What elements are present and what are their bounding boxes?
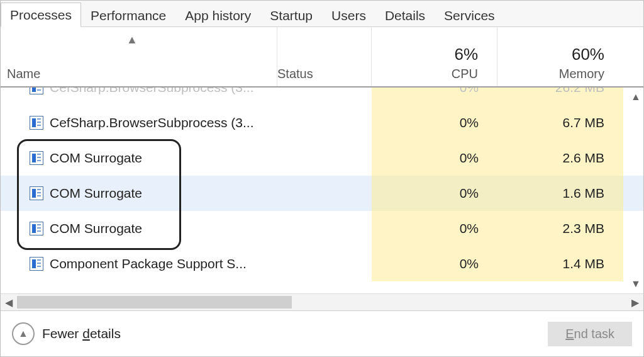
process-name-cell: COM Surrogate [1,150,277,166]
cpu-total: 6% [372,45,478,64]
process-icon [30,222,43,235]
process-cpu-cell: 0% [372,88,497,105]
process-memory-cell: 2.6 MB [497,140,623,176]
process-name: COM Surrogate [50,221,142,236]
process-memory-cell: 1.4 MB [497,246,623,281]
sort-caret-icon: ▲ [126,33,138,47]
tab-details[interactable]: Details [375,3,435,27]
fewer-details-pre: Fewer [42,326,82,341]
process-memory-cell: 2.3 MB [497,211,623,246]
tab-app-history[interactable]: App history [175,3,260,27]
fewer-details-label: Fewer details [42,326,121,341]
fewer-details-key: d [82,326,90,341]
vertical-scrollbar[interactable]: ▲ ▼ [628,88,643,293]
table-row[interactable]: Component Package Support S...0%1.4 MB [1,246,643,281]
process-memory-cell: 26.2 MB [497,88,623,105]
column-header-name[interactable]: ▲ Name [1,27,277,86]
process-name-cell: Component Package Support S... [1,256,277,271]
process-memory-cell: 6.7 MB [497,105,623,140]
process-icon [30,116,43,130]
hscroll-track[interactable] [17,294,627,310]
process-cpu-cell: 0% [372,176,497,211]
table-row[interactable]: COM Surrogate0%2.6 MB [1,140,643,176]
tab-users[interactable]: Users [322,3,375,27]
process-cpu-cell: 0% [372,140,497,176]
footer: ▲ Fewer details End task [1,310,643,356]
process-name-cell: COM Surrogate [1,186,277,201]
process-name: CefSharp.BrowserSubprocess (3... [50,115,253,130]
scroll-left-icon[interactable]: ◀ [1,294,17,310]
process-name: COM Surrogate [50,150,142,166]
scroll-down-icon[interactable]: ▼ [631,278,641,290]
fewer-details-button[interactable]: ▲ Fewer details [12,322,121,345]
task-manager-window: ProcessesPerformanceApp historyStartupUs… [0,0,644,357]
column-header-memory-label: Memory [497,67,604,81]
process-cpu-cell: 0% [372,211,497,246]
process-icon [30,186,43,200]
end-task-post: nd task [574,327,614,341]
process-cpu-cell: 0% [372,246,497,281]
hscroll-thumb[interactable] [17,296,292,309]
column-header-cpu[interactable]: 6% CPU [372,27,497,86]
process-icon [30,257,43,271]
tabstrip: ProcessesPerformanceApp historyStartupUs… [1,1,643,27]
process-icon [30,151,43,165]
tab-performance[interactable]: Performance [81,3,175,27]
fewer-details-post: etails [90,326,121,341]
column-headers: ▲ Name Status 6% CPU 60% Memory [1,27,643,88]
column-header-memory[interactable]: 60% Memory [497,27,623,86]
process-list: CefSharp.BrowserSubprocess (3...0%26.2 M… [1,88,643,281]
process-name: COM Surrogate [50,186,142,201]
scroll-up-icon[interactable]: ▲ [631,91,641,103]
chevron-up-icon: ▲ [12,322,35,345]
table-row[interactable]: CefSharp.BrowserSubprocess (3...0%26.2 M… [1,88,643,105]
end-task-key: E [565,327,574,341]
process-cpu-cell: 0% [372,105,497,140]
end-task-button[interactable]: End task [548,322,632,346]
scroll-right-icon[interactable]: ▶ [627,294,643,310]
column-header-status[interactable]: Status [277,27,372,86]
horizontal-scrollbar[interactable]: ◀ ▶ [1,293,643,310]
process-name-cell: CefSharp.BrowserSubprocess (3... [1,115,277,130]
tab-processes[interactable]: Processes [1,3,81,27]
process-name: Component Package Support S... [50,256,247,271]
process-icon [30,88,43,94]
process-name: CefSharp.BrowserSubprocess (3... [50,88,253,95]
column-header-status-label: Status [277,67,371,81]
table-row[interactable]: COM Surrogate0%1.6 MB [1,176,643,211]
tab-startup[interactable]: Startup [260,3,322,27]
column-header-cpu-label: CPU [372,67,478,81]
memory-total: 60% [497,45,604,64]
table-row[interactable]: COM Surrogate0%2.3 MB [1,211,643,246]
process-name-cell: COM Surrogate [1,221,277,236]
process-list-viewport: CefSharp.BrowserSubprocess (3...0%26.2 M… [1,88,643,293]
tab-services[interactable]: Services [435,3,504,27]
table-row[interactable]: CefSharp.BrowserSubprocess (3...0%6.7 MB [1,105,643,140]
process-memory-cell: 1.6 MB [497,176,623,211]
process-name-cell: CefSharp.BrowserSubprocess (3... [1,88,277,95]
column-header-name-label: Name [7,67,277,81]
